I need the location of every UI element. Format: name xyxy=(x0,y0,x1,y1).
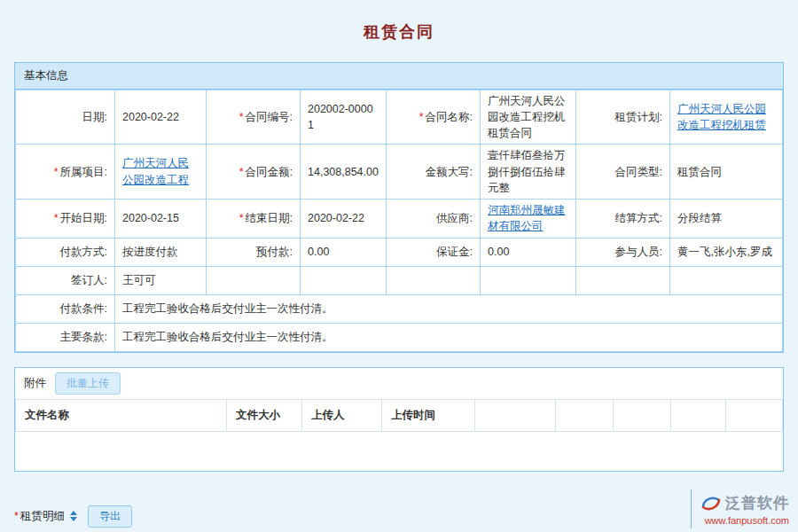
required-star: * xyxy=(54,212,59,224)
field-value: 广州天河人民公园改造工程挖机租赁 xyxy=(670,90,783,145)
page: 租赁合同 基本信息 日期: 2020-02-22 *合同编号: 202002-0… xyxy=(0,0,798,532)
field-value: 0.00 xyxy=(301,238,387,266)
brand-name: 泛普软件 xyxy=(725,493,789,513)
contract-type-value: 租赁合同 xyxy=(677,166,722,178)
settlement-method-value: 分段结算 xyxy=(677,212,722,224)
field-label: 日期: xyxy=(16,90,115,145)
field-value: 分段结算 xyxy=(670,199,783,238)
signer-value: 王可可 xyxy=(122,274,156,286)
field-label: 供应商: xyxy=(387,199,481,238)
required-star: * xyxy=(14,510,19,522)
brand-divider xyxy=(691,489,692,528)
field-label-text: 合同编号: xyxy=(246,111,293,123)
field-value: 黄一飞,张小东,罗成 xyxy=(670,238,783,266)
field-label xyxy=(207,266,301,294)
field-value: 河南郑州晟敏建材有限公司 xyxy=(481,199,576,238)
batch-upload-button[interactable]: 批量上传 xyxy=(55,372,121,395)
field-label: 预付款: xyxy=(207,238,301,266)
column-header-upload-time: 上传时间 xyxy=(382,399,475,431)
field-label-text: 开始日期: xyxy=(60,212,107,224)
basic-info-table: 日期: 2020-02-22 *合同编号: 202002-00001 *合同名称… xyxy=(15,90,783,352)
collapse-sort-icon[interactable] xyxy=(70,511,77,521)
brand-box: 泛普软件 www.fanpusoft.com xyxy=(700,493,789,526)
amount-in-words-value: 壹仟肆佰叁拾万捌仟捌佰伍拾肆元整 xyxy=(488,149,566,193)
export-button[interactable]: 导出 xyxy=(88,505,132,528)
field-label-text: 租赁计划: xyxy=(615,111,662,123)
table-row: 主要条款: 工程完工验收合格后交付业主一次性付清。 xyxy=(16,323,783,351)
field-label: *开始日期: xyxy=(16,199,115,238)
column-header-empty xyxy=(556,399,614,431)
field-label xyxy=(387,266,481,294)
supplier-link[interactable]: 河南郑州晟敏建材有限公司 xyxy=(488,204,566,232)
table-row: *所属项目: 广州天河人民公园改造工程 *合同金额: 14,308,854.00… xyxy=(16,145,783,199)
field-label: 参与人员: xyxy=(576,238,670,266)
payment-method-value: 按进度付款 xyxy=(122,246,178,258)
contract-name-value: 广州天河人民公园改造工程挖机租赁合同 xyxy=(488,95,566,139)
field-label: 合同类型: xyxy=(576,145,670,199)
table-row: 签订人: 王可可 xyxy=(16,266,783,294)
main-clauses-value: 工程完工验收合格后交付业主一次性付清。 xyxy=(122,331,333,343)
field-label-text: 金额大写: xyxy=(426,166,473,178)
column-header-empty xyxy=(726,399,783,431)
field-label-text: 结算方式: xyxy=(615,212,662,224)
field-label-text: 预付款: xyxy=(256,246,293,258)
fanpu-logo-icon xyxy=(700,493,722,514)
field-label: 签订人: xyxy=(16,266,115,294)
field-label-text: 供应商: xyxy=(436,212,473,224)
field-value: 工程完工验收合格后交付业主一次性付清。 xyxy=(115,323,783,351)
contract-number-value: 202002-00001 xyxy=(308,103,373,131)
field-value: 14,308,854.00 xyxy=(301,145,387,199)
field-label: *所属项目: xyxy=(16,145,115,199)
field-value: 2020-02-15 xyxy=(115,199,207,238)
field-label: 租赁计划: xyxy=(576,90,670,145)
basic-info-section-header: 基本信息 xyxy=(15,63,783,90)
field-value: 壹仟肆佰叁拾万捌仟捌佰伍拾肆元整 xyxy=(481,145,576,199)
column-header-file-name: 文件名称 xyxy=(16,399,227,431)
field-label-text: 参与人员: xyxy=(615,246,662,258)
field-value: 广州天河人民公园改造工程 xyxy=(115,145,207,199)
field-label: *合同编号: xyxy=(207,90,301,145)
project-link[interactable]: 广州天河人民公园改造工程 xyxy=(122,157,189,185)
field-label: 保证金: xyxy=(387,238,481,266)
field-label-text: 合同金额: xyxy=(246,166,293,178)
field-label-text: 合同名称: xyxy=(426,111,473,123)
attachments-title: 附件 xyxy=(24,376,46,391)
field-value: 0.00 xyxy=(481,238,576,266)
table-row: 付款条件: 工程完工验收合格后交付业主一次性付清。 xyxy=(16,294,783,323)
column-header-empty xyxy=(475,399,556,431)
attachments-empty-cell xyxy=(16,431,783,471)
lease-detail-title: 租赁明细 xyxy=(20,509,65,524)
field-label-text: 签订人: xyxy=(71,274,107,286)
field-label: 付款条件: xyxy=(16,294,115,323)
field-label-text: 结束日期: xyxy=(246,212,293,224)
field-label-text: 付款条件: xyxy=(60,302,107,315)
brand-url: www.fanpusoft.com xyxy=(705,515,789,526)
column-header-empty xyxy=(614,399,671,431)
column-header-file-size: 文件大小 xyxy=(227,399,302,431)
lease-plan-link[interactable]: 广州天河人民公园改造工程挖机租赁 xyxy=(677,103,766,131)
page-title: 租赁合同 xyxy=(0,0,798,43)
column-header-empty xyxy=(671,399,726,431)
field-label: 金额大写: xyxy=(387,145,481,199)
attachments-header-row: 文件名称 文件大小 上传人 上传时间 xyxy=(16,399,783,431)
required-star: * xyxy=(419,111,424,123)
basic-info-panel: 基本信息 日期: 2020-02-22 *合同编号: 202002-00001 … xyxy=(14,62,784,353)
field-value: 2020-02-22 xyxy=(115,90,207,145)
field-value xyxy=(481,266,576,294)
lease-detail-section-bar: * 租赁明细 导出 xyxy=(14,500,784,532)
field-label-text: 合同类型: xyxy=(615,166,662,178)
field-label-text: 日期: xyxy=(82,111,107,123)
field-label: 结算方式: xyxy=(576,199,670,238)
field-label-text: 保证金: xyxy=(436,246,473,258)
start-date-value: 2020-02-15 xyxy=(122,212,179,224)
required-star: * xyxy=(239,166,244,178)
attachments-panel: 附件 批量上传 文件名称 文件大小 上传人 上传时间 xyxy=(14,367,784,472)
required-star: * xyxy=(54,166,59,178)
table-row: *开始日期: 2020-02-15 *结束日期: 2020-02-22 供应商:… xyxy=(16,199,783,238)
field-label: *结束日期: xyxy=(207,199,301,238)
table-row: 付款方式: 按进度付款 预付款: 0.00 保证金: 0.00 参与人员: 黄一… xyxy=(16,238,783,266)
deposit-value: 0.00 xyxy=(488,246,509,258)
attachments-empty-row xyxy=(16,431,783,471)
field-label-text: 所属项目: xyxy=(60,166,107,178)
brand-row: 泛普软件 xyxy=(700,493,789,514)
